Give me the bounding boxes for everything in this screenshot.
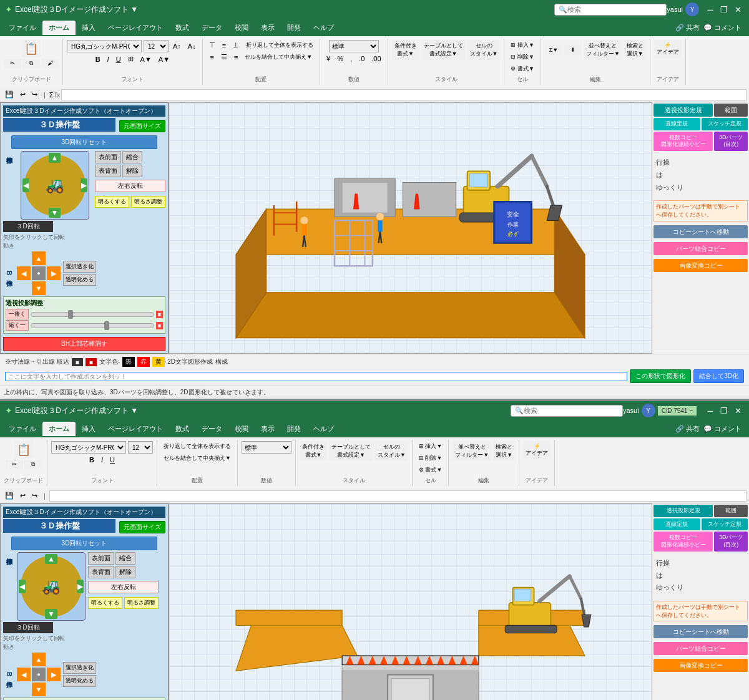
entry-def-btn-2[interactable]: スケッチ定規 bbox=[702, 518, 748, 531]
bold-btn-2[interactable]: B bbox=[87, 455, 97, 465]
reset-btn-1[interactable]: 3D回転リセット bbox=[11, 135, 157, 149]
align-right-btn-1[interactable]: ≡ bbox=[232, 52, 240, 62]
fill-btn-1[interactable]: ⬇ bbox=[564, 45, 582, 55]
all-trans-btn-1[interactable]: 透明化める bbox=[63, 274, 96, 286]
closer-btn-1[interactable]: 一後く bbox=[6, 309, 29, 319]
tab-file-1[interactable]: ファイル bbox=[2, 21, 42, 35]
combine-btn-1[interactable]: 縮合 bbox=[122, 151, 142, 163]
nav-up-2[interactable]: ▲ bbox=[45, 554, 57, 564]
cond-format-btn-1[interactable]: 条件付き書式▼ bbox=[392, 40, 419, 60]
fill-color-btn-1[interactable]: A▼ bbox=[138, 54, 154, 64]
tab-home-1[interactable]: ホーム bbox=[42, 21, 76, 35]
combine-3d-btn-1[interactable]: 結合して3D化 bbox=[693, 369, 744, 383]
reset-btn-2[interactable]: 3D回転リセット bbox=[11, 537, 157, 550]
search-input-2[interactable] bbox=[524, 407, 605, 414]
b-center-btn-1[interactable]: ● bbox=[32, 266, 46, 280]
qt-undo-2[interactable]: ↩ bbox=[17, 490, 28, 501]
tab-dev-2[interactable]: 開発 bbox=[281, 422, 307, 436]
insert-cells-btn-1[interactable]: ⊞ 挿入▼ bbox=[508, 40, 536, 51]
nav-up-1[interactable]: ▲ bbox=[49, 153, 61, 163]
bright-up-btn-2[interactable]: 明るくする bbox=[88, 597, 122, 609]
comma-btn-1[interactable]: , bbox=[348, 54, 355, 64]
nav-left-2[interactable]: ◀ bbox=[19, 580, 26, 593]
format-cells-btn-2[interactable]: ⚙ 書式▼ bbox=[416, 465, 444, 475]
align-top-btn-1[interactable]: ⊤ bbox=[207, 40, 218, 51]
qt-redo-1[interactable]: ↪ bbox=[29, 89, 40, 100]
sort-filter-btn-1[interactable]: 並べ替えとフィルター▼ bbox=[584, 40, 622, 60]
restore-btn-2[interactable]: ❐ bbox=[718, 404, 730, 417]
stop-btn-2[interactable]: ■ bbox=[156, 322, 163, 329]
perspective-def-btn-2[interactable]: 透視投影定規 bbox=[654, 505, 713, 517]
nav-right-1[interactable]: ▶ bbox=[81, 178, 87, 192]
font-name-select-2[interactable]: HG丸ゴシックM-PRO bbox=[51, 441, 126, 454]
align-left-btn-1[interactable]: ≡ bbox=[208, 52, 217, 62]
merge-center-btn-2[interactable]: セルを結合して中央揃え▼ bbox=[161, 453, 233, 464]
align-center-btn-1[interactable]: ☰ bbox=[218, 52, 230, 62]
line-def-btn-2[interactable]: 直線定規 bbox=[654, 518, 700, 531]
bright-adj-btn-2[interactable]: 明るさ調整 bbox=[124, 597, 159, 609]
delete-cells-btn-2[interactable]: ⊟ 削除▼ bbox=[416, 453, 444, 464]
table-format-btn-2[interactable]: テーブルとして書式設定▼ bbox=[329, 441, 373, 461]
copy-multi-btn-2[interactable]: 複数コピー図形化連続小ビー bbox=[654, 532, 713, 551]
parts-3d-btn-1[interactable]: 3Dパーツ(目次) bbox=[714, 132, 748, 151]
release-btn-1[interactable]: 解除 bbox=[122, 165, 142, 177]
sort-filter-btn-2[interactable]: 並べ替えとフィルター▼ bbox=[453, 441, 491, 461]
tab-view-1[interactable]: 表示 bbox=[255, 21, 281, 35]
b-left-btn-1[interactable]: ◀ bbox=[17, 266, 31, 280]
minimize-btn-1[interactable]: ─ bbox=[704, 3, 717, 16]
font-name-select-1[interactable]: HG丸ゴシックM-PRO bbox=[67, 40, 142, 52]
text-black-btn-1[interactable]: 黒 bbox=[122, 357, 135, 367]
bright-adj-btn-1[interactable]: 明るさ調整 bbox=[131, 196, 165, 208]
delete-cells-btn-1[interactable]: ⊟ 削除▼ bbox=[508, 52, 536, 62]
tab-help-2[interactable]: ヘルプ bbox=[307, 422, 340, 436]
ideas-btn-1[interactable]: ⚡アイデア bbox=[654, 40, 682, 58]
qt-save-1[interactable]: 💾 bbox=[2, 89, 16, 100]
format-cells-btn-1[interactable]: ⚙ 書式▼ bbox=[508, 64, 536, 74]
all-trans-btn-2[interactable]: 透明化める bbox=[63, 675, 96, 687]
b-up-btn-2[interactable]: ▲ bbox=[32, 653, 46, 666]
formula-input-2[interactable] bbox=[49, 490, 747, 502]
minimize-btn-2[interactable]: ─ bbox=[704, 404, 717, 417]
find-select-btn-1[interactable]: 検索と選択▼ bbox=[624, 40, 646, 60]
b-right-btn-1[interactable]: ▶ bbox=[47, 266, 61, 280]
tab-review-1[interactable]: 校閲 bbox=[228, 21, 255, 35]
underline-btn-2[interactable]: U bbox=[107, 455, 117, 465]
meas-dark-btn-1[interactable]: ■ bbox=[72, 358, 83, 366]
farther-btn-1[interactable]: 縮く一 bbox=[6, 320, 29, 331]
cell-style-btn-1[interactable]: セルのスタイル▼ bbox=[468, 40, 501, 60]
cut-btn-2[interactable]: ✂ bbox=[6, 460, 23, 469]
line-def-btn-1[interactable]: 直線定規 bbox=[654, 118, 700, 130]
merge-center-btn-1[interactable]: セルを結合して中央揃え▼ bbox=[242, 52, 315, 62]
tab-data-1[interactable]: データ bbox=[195, 21, 228, 35]
copy-btn-1[interactable]: ⧉ bbox=[22, 59, 40, 68]
insert-cells-btn-2[interactable]: ⊞ 挿入▼ bbox=[416, 441, 444, 452]
copy-multi-btn-1[interactable]: 複数コピー図形化連続小ビー bbox=[654, 132, 713, 151]
select-trans-btn-1[interactable]: 選択透き化 bbox=[63, 261, 96, 273]
meas-red-btn-1[interactable]: ■ bbox=[86, 358, 97, 366]
formula-input-1[interactable] bbox=[61, 89, 747, 100]
text-input-1[interactable] bbox=[5, 372, 627, 381]
italic-btn-1[interactable]: I bbox=[105, 54, 112, 64]
nav-down-1[interactable]: ▼ bbox=[49, 208, 61, 218]
b-center-btn-2[interactable]: ● bbox=[32, 668, 46, 681]
qt-redo-2[interactable]: ↪ bbox=[29, 490, 40, 501]
underline-btn-1[interactable]: U bbox=[114, 54, 124, 64]
perspective-def-btn-1[interactable]: 透視投影定規 bbox=[654, 104, 713, 117]
currency-btn-1[interactable]: ¥ bbox=[324, 54, 333, 64]
cell-style-btn-2[interactable]: セルのスタイル▼ bbox=[375, 441, 408, 461]
wrap-text-btn-2[interactable]: 折り返して全体を表示する bbox=[161, 441, 233, 452]
tab-view-2[interactable]: 表示 bbox=[255, 422, 281, 436]
font-size-select-1[interactable]: 12 bbox=[144, 40, 169, 52]
select-trans-btn-2[interactable]: 選択透き化 bbox=[63, 662, 96, 674]
release-btn-2[interactable]: 解除 bbox=[115, 566, 135, 578]
parts-combine-btn-1[interactable]: パーツ結合コピー bbox=[654, 242, 748, 255]
tab-insert-1[interactable]: 挿入 bbox=[76, 21, 102, 35]
ideas-btn-2[interactable]: ⚡アイデア bbox=[523, 441, 551, 459]
nav-down-2[interactable]: ▼ bbox=[45, 609, 57, 619]
flip-btn-2[interactable]: 左右反転 bbox=[88, 581, 159, 593]
nav-left-1[interactable]: ◀ bbox=[22, 178, 29, 192]
find-select-btn-2[interactable]: 検索と選択▼ bbox=[493, 441, 515, 461]
number-format-select-1[interactable]: 標準 bbox=[329, 40, 379, 52]
b-up-btn-1[interactable]: ▲ bbox=[32, 251, 46, 265]
tab-file-2[interactable]: ファイル bbox=[2, 422, 42, 436]
